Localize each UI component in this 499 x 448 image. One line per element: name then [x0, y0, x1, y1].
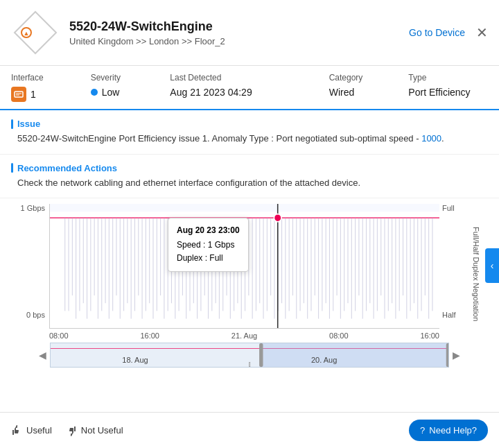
svg-rect-78 [322, 218, 322, 311]
y-top-value: 1 Gbps [21, 204, 45, 212]
svg-rect-31 [149, 218, 150, 303]
issue-title: Issue [11, 119, 488, 129]
svg-rect-26 [131, 218, 132, 318]
interface-value: 1 [11, 87, 91, 102]
svg-rect-55 [237, 218, 238, 303]
interface-cell: Interface 1 [11, 73, 91, 102]
svg-rect-86 [351, 218, 352, 318]
svg-rect-93 [377, 218, 378, 311]
svg-rect-38 [175, 218, 175, 318]
svg-rect-114 [446, 343, 448, 367]
scroll-left-arrow[interactable]: ◀ [39, 350, 46, 361]
svg-rect-51 [222, 218, 223, 311]
svg-rect-73 [304, 218, 304, 303]
category-label: Category [329, 73, 409, 83]
recommended-actions-section: Recommended Actions Check the network ca… [0, 155, 499, 199]
svg-rect-83 [340, 218, 341, 318]
svg-rect-32 [152, 218, 153, 318]
useful-button[interactable]: Useful [11, 425, 52, 436]
svg-rect-6 [50, 204, 439, 212]
issue-text: 5520-24W-SwitchEngine Port Efficiency is… [11, 132, 488, 146]
need-help-button[interactable]: ? Need Help? [409, 420, 488, 441]
svg-rect-50 [219, 218, 220, 318]
last-detected-value: Aug 21 2023 04:29 [170, 87, 329, 98]
svg-rect-60 [256, 218, 256, 311]
svg-rect-87 [355, 218, 356, 311]
help-icon: ? [420, 425, 425, 436]
svg-text:▲: ▲ [24, 30, 30, 37]
device-info: 5520-24W-SwitchEngine United Kingdom >> … [69, 19, 409, 46]
interface-label: Interface [11, 73, 91, 83]
svg-rect-79 [326, 218, 326, 303]
x-label-0: 08:00 [49, 331, 69, 340]
close-button[interactable]: ✕ [476, 24, 488, 41]
svg-rect-90 [366, 218, 367, 311]
svg-rect-99 [399, 218, 400, 311]
go-to-device-link[interactable]: Go to Device [409, 27, 465, 38]
info-table: Interface 1 Severity Low Last Detected A… [0, 66, 499, 110]
y-right-mid: Half [442, 311, 456, 319]
svg-rect-72 [300, 218, 301, 311]
bottom-bar: Useful Not Useful ? Need Help? [0, 412, 499, 448]
svg-rect-67 [281, 218, 282, 303]
svg-rect-54 [234, 218, 234, 311]
svg-rect-106 [425, 218, 426, 295]
header-actions: Go to Device ✕ [409, 24, 488, 41]
y-bottom-value: 0 bps [26, 311, 45, 319]
help-label: Need Help? [429, 425, 477, 436]
svg-rect-59 [252, 218, 253, 318]
svg-rect-112 [261, 343, 448, 367]
issue-text-after: . [441, 133, 444, 144]
svg-rect-107 [428, 218, 429, 318]
chart-area: 1 Gbps 0 bps Port Supported Speed Full H… [0, 198, 499, 340]
svg-rect-75 [310, 218, 311, 311]
svg-rect-64 [270, 218, 271, 295]
svg-rect-35 [164, 218, 164, 318]
svg-rect-65 [274, 218, 274, 318]
svg-rect-57 [245, 218, 245, 311]
side-collapse-tab[interactable]: ‹ [485, 248, 499, 283]
svg-rect-108 [432, 218, 432, 311]
svg-rect-88 [358, 218, 359, 295]
svg-rect-34 [160, 218, 161, 295]
svg-rect-16 [94, 218, 95, 295]
issue-link[interactable]: 1000 [421, 133, 441, 144]
svg-rect-25 [127, 218, 128, 303]
y-axis-right-label: Full/Half Duplex Negotiation [472, 227, 480, 317]
svg-rect-69 [289, 218, 290, 311]
svg-rect-22 [116, 218, 116, 295]
not-useful-button[interactable]: Not Useful [66, 425, 123, 436]
svg-rect-101 [406, 218, 407, 318]
category-cell: Category Wired [329, 73, 409, 102]
svg-rect-105 [421, 218, 421, 311]
svg-rect-20 [109, 218, 110, 318]
svg-rect-92 [374, 218, 374, 318]
svg-rect-97 [392, 218, 392, 303]
svg-rect-74 [307, 218, 308, 318]
category-value: Wired [329, 87, 409, 98]
severity-value: Low [91, 87, 170, 98]
svg-rect-56 [241, 218, 242, 318]
svg-rect-30 [146, 218, 146, 311]
scroll-right-arrow[interactable]: ▶ [453, 350, 460, 361]
interface-icon [11, 87, 26, 102]
svg-rect-70 [292, 218, 293, 295]
svg-rect-28 [138, 218, 139, 295]
svg-rect-103 [414, 218, 414, 303]
x-label-1: 16:00 [140, 331, 159, 340]
svg-rect-40 [182, 218, 183, 295]
svg-rect-43 [193, 218, 194, 303]
svg-rect-44 [197, 218, 198, 318]
type-cell: Type Port Efficiency [408, 73, 488, 102]
svg-rect-96 [388, 218, 389, 311]
svg-rect-14 [87, 218, 87, 318]
svg-rect-71 [296, 218, 297, 318]
last-detected-cell: Last Detected Aug 21 2023 04:29 [170, 73, 329, 102]
svg-rect-94 [380, 218, 381, 295]
x-label-4: 16:00 [420, 331, 439, 340]
svg-rect-68 [285, 218, 286, 318]
svg-rect-29 [142, 218, 143, 318]
svg-rect-95 [384, 218, 385, 318]
svg-rect-113 [259, 343, 263, 367]
svg-rect-19 [105, 218, 106, 303]
